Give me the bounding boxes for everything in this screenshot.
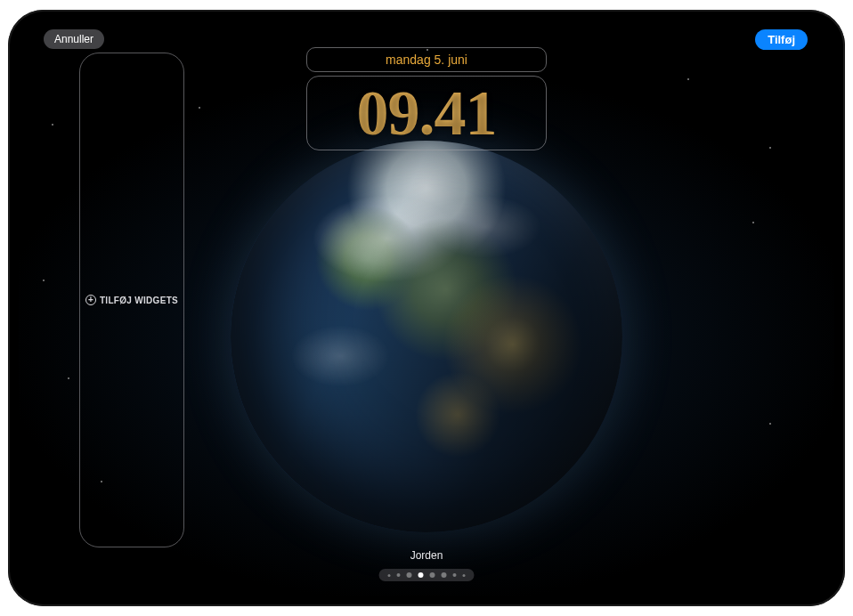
widget-panel[interactable]: + TILFØJ WIDGETS (79, 53, 184, 547)
page-dot-active[interactable] (418, 572, 424, 578)
time-edit-frame[interactable]: 09.41 (306, 76, 547, 150)
page-dot[interactable] (442, 572, 447, 578)
page-dot[interactable] (388, 574, 391, 577)
add-button[interactable]: Tilføj (755, 29, 808, 50)
page-dot[interactable] (463, 574, 466, 577)
page-indicator[interactable] (379, 569, 475, 581)
page-dot[interactable] (453, 573, 457, 577)
date-label: mandag 5. juni (386, 53, 467, 67)
lock-screen-editor: Annuller Tilføj mandag 5. juni 09.41 + T… (19, 20, 834, 596)
date-edit-frame[interactable]: mandag 5. juni (306, 47, 547, 72)
cancel-button[interactable]: Annuller (44, 29, 104, 49)
time-label: 09.41 (357, 81, 497, 145)
plus-circle-icon: + (85, 295, 96, 305)
page-dot[interactable] (397, 573, 401, 577)
add-widgets-label: TILFØJ WIDGETS (100, 296, 178, 305)
page-dot[interactable] (407, 572, 412, 578)
ipad-frame: Annuller Tilføj mandag 5. juni 09.41 + T… (8, 10, 845, 606)
wallpaper-name-label: Jorden (410, 549, 443, 562)
page-dot[interactable] (430, 572, 435, 578)
add-widgets-button[interactable]: + TILFØJ WIDGETS (85, 295, 178, 305)
earth-wallpaper (231, 141, 622, 532)
